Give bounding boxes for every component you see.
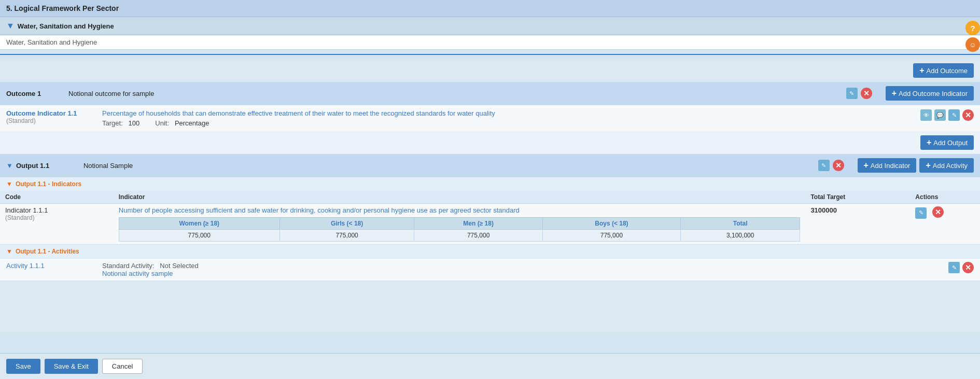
sector-input-row [0,35,980,50]
indicators-section-header[interactable]: ▼ Output 1.1 - Indicators [0,177,980,191]
activities-section-header[interactable]: ▼ Output 1.1 - Activities [0,245,980,258]
add-output-row: + Add Output [0,131,980,154]
indicator-standard: (Standard) [5,214,108,221]
gender-table: Women (≥ 18) Girls (< 18) Men (≥ 18) Boy… [119,217,801,242]
activities-section-title: Output 1.1 - Activities [16,248,79,255]
unit-label: Unit: [155,119,169,127]
col-total-target: Total Target [805,191,910,204]
ind-label-col: Outcome Indicator 1.1 (Standard) [6,109,102,124]
col-code: Code [0,191,114,204]
total-target-cell: 3100000 [805,204,910,245]
ind-view-icon[interactable]: 👁 [920,109,932,121]
ind-actions: 👁 💬 ✎ ✕ [920,109,974,121]
indicators-table: Code Indicator Total Target Actions Indi… [0,191,980,244]
indicator-text-cell: Number of people accessing sufficient an… [114,204,806,245]
output-actions: ✎ ✕ + Add Indicator + Add Activity [818,158,974,173]
col-actions: Actions [910,191,980,204]
gender-col-men: Men (≥ 18) [414,218,542,230]
col-indicator: Indicator [114,191,806,204]
activity-row: Activity 1.1.1 Standard Activity: Not Se… [0,258,980,280]
activity-std-label: Standard Activity: [102,262,154,270]
gender-col-total: Total [681,218,800,230]
activity-notional: Notional activity sample [102,270,942,277]
outcome-indicator-label: Outcome Indicator 1.1 [6,109,102,117]
plus-icon4: + [864,161,869,170]
gender-col-girls: Girls (< 18) [279,218,414,230]
outcome-description: Notional outcome for sample [68,90,846,97]
add-activity-button[interactable]: + Add Activity [919,158,974,173]
add-outcome-indicator-label: Add Outcome Indicator [899,90,968,97]
output-remove-icon[interactable]: ✕ [833,160,844,171]
output-header: ▼ Output 1.1 Notional Sample ✎ ✕ + Add I… [0,154,980,177]
add-output-button[interactable]: + Add Output [920,135,974,150]
gender-val-men: 775,000 [414,230,542,242]
ind-comment-icon[interactable]: 💬 [934,109,946,121]
indicator-code-cell: Indicator 1.1.1 (Standard) [0,204,114,245]
outcome-remove-icon[interactable]: ✕ [861,88,872,99]
help-icon[interactable]: ? [965,21,980,35]
indicator-remove-icon[interactable]: ✕ [932,206,944,218]
activity-standard-row: Standard Activity: Not Selected [102,262,942,270]
indicators-section: ▼ Output 1.1 - Indicators Code Indicator… [0,177,980,244]
output-block: ▼ Output 1.1 Notional Sample ✎ ✕ + Add I… [0,154,980,280]
indicator-code: Indicator 1.1.1 [5,206,108,214]
add-indicator-label: Add Indicator [871,162,911,170]
ind-edit-icon[interactable]: ✎ [948,109,960,121]
gender-val-boys: 775,000 [542,230,680,242]
sector-input[interactable] [6,38,974,46]
output-add-buttons: + Add Indicator + Add Activity [858,158,974,173]
plus-icon3: + [927,138,931,147]
sector-header: ▼ Water, Sanitation and Hygiene [0,17,980,35]
target-label: Target: [102,119,123,127]
activity-std-value: Not Selected [160,262,198,270]
save-button[interactable]: Save [6,359,40,374]
activity-label: Activity 1.1.1 [6,262,102,270]
page-title: 5. Logical Framework Per Sector [0,0,980,17]
plus-icon2: + [892,89,897,98]
ind-target-unit-row: Target: 100 Unit: Percentage [102,119,914,127]
indicator-edit-icon[interactable]: ✎ [915,207,927,219]
cancel-button[interactable]: Cancel [102,359,143,374]
ind-remove-icon[interactable]: ✕ [962,109,974,121]
table-row: Indicator 1.1.1 (Standard) Number of peo… [0,204,980,245]
sector-name: Water, Sanitation and Hygiene [18,22,114,30]
ind-desc-col: Percentage of households that can demons… [102,109,914,127]
activity-actions: ✎ ✕ [948,262,974,273]
gender-col-women: Women (≥ 18) [119,218,279,230]
add-outcome-row: + Add Outcome [0,59,980,82]
activity-desc-col: Standard Activity: Not Selected Notional… [102,262,942,277]
outcome-indicator-standard: (Standard) [6,117,102,124]
indicator-actions-cell: ✎ ✕ [910,204,980,245]
outcome-indicator-block: Outcome Indicator 1.1 (Standard) Percent… [0,105,980,131]
plus-icon5: + [926,161,930,170]
plus-icon: + [919,66,924,75]
footer-bar: Save Save & Exit Cancel [0,353,980,379]
output-chevron-icon[interactable]: ▼ [6,162,13,170]
output-edit-icon[interactable]: ✎ [818,160,830,171]
add-outcome-button[interactable]: + Add Outcome [913,63,974,78]
sector-chevron-icon[interactable]: ▼ [6,21,15,31]
user-icon[interactable]: ☺ [965,37,980,52]
activity-remove-icon[interactable]: ✕ [962,262,974,273]
add-outcome-indicator-button[interactable]: + Add Outcome Indicator [886,86,974,101]
add-output-label: Add Output [933,139,968,147]
output-description: Notional Sample [83,162,818,170]
outcome-block: Outcome 1 Notional outcome for sample ✎ … [0,82,980,280]
indicators-section-title: Output 1.1 - Indicators [16,180,81,188]
add-activity-label: Add Activity [933,162,968,170]
save-exit-button[interactable]: Save & Exit [45,359,98,374]
output-label: Output 1.1 [16,162,83,170]
outcome-actions: ✎ ✕ + Add Outcome Indicator [846,86,974,101]
gender-val-total: 3,100,000 [681,230,800,242]
gender-col-boys: Boys (< 18) [542,218,680,230]
add-indicator-button[interactable]: + Add Indicator [858,158,917,173]
outcome-header: Outcome 1 Notional outcome for sample ✎ … [0,82,980,105]
outcome-edit-icon[interactable]: ✎ [846,88,858,99]
divider [0,54,980,55]
gender-val-girls: 775,000 [279,230,414,242]
indicator-text: Number of people accessing sufficient an… [119,206,801,214]
gender-val-women: 775,000 [119,230,279,242]
activity-edit-icon[interactable]: ✎ [948,262,960,273]
indicators-chevron-icon: ▼ [6,180,12,188]
target-value: 100 [129,119,140,127]
